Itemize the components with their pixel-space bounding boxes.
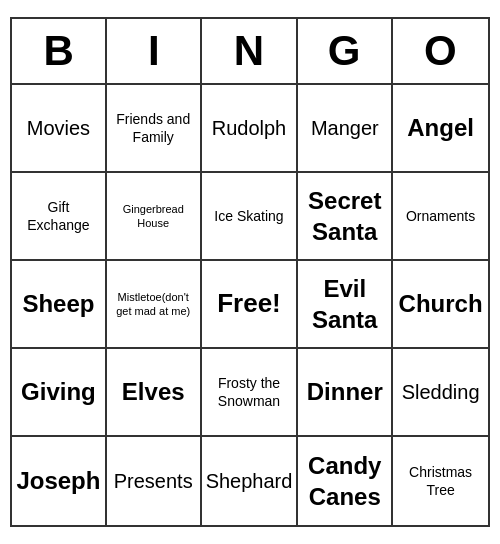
bingo-cell: Frosty the Snowman — [202, 349, 299, 437]
bingo-cell: Rudolph — [202, 85, 299, 173]
cell-text: Sheep — [22, 288, 94, 319]
bingo-cell: Giving — [12, 349, 107, 437]
bingo-cell: Dinner — [298, 349, 393, 437]
bingo-cell: Movies — [12, 85, 107, 173]
cell-text: Ice Skating — [214, 207, 283, 225]
bingo-cell: Presents — [107, 437, 202, 525]
bingo-cell: Gingerbread House — [107, 173, 202, 261]
bingo-letter: O — [393, 19, 488, 83]
cell-text: Manger — [311, 115, 379, 141]
bingo-cell: Evil Santa — [298, 261, 393, 349]
bingo-cell: Sheep — [12, 261, 107, 349]
bingo-cell: Friends and Family — [107, 85, 202, 173]
cell-text: Rudolph — [212, 115, 287, 141]
cell-text: Giving — [21, 376, 96, 407]
cell-text: Movies — [27, 115, 90, 141]
cell-text: Church — [399, 288, 483, 319]
bingo-cell: Secret Santa — [298, 173, 393, 261]
cell-text: Mistletoe(don't get mad at me) — [111, 290, 196, 319]
bingo-card: BINGO MoviesFriends and FamilyRudolphMan… — [10, 17, 490, 527]
cell-text: Elves — [122, 376, 185, 407]
cell-text: Gift Exchange — [16, 198, 101, 234]
bingo-cell: Church — [393, 261, 488, 349]
cell-text: Dinner — [307, 376, 383, 407]
bingo-letter: G — [298, 19, 393, 83]
bingo-cell: Shephard — [202, 437, 299, 525]
cell-text: Joseph — [16, 465, 100, 496]
cell-text: Angel — [407, 112, 474, 143]
bingo-grid: MoviesFriends and FamilyRudolphMangerAng… — [12, 85, 488, 525]
cell-text: Gingerbread House — [111, 202, 196, 231]
bingo-cell: Elves — [107, 349, 202, 437]
bingo-cell: Ornaments — [393, 173, 488, 261]
cell-text: Frosty the Snowman — [206, 374, 293, 410]
bingo-cell: Manger — [298, 85, 393, 173]
bingo-cell: Gift Exchange — [12, 173, 107, 261]
cell-text: Friends and Family — [111, 110, 196, 146]
cell-text: Ornaments — [406, 207, 475, 225]
cell-text: Free! — [217, 287, 281, 321]
bingo-cell: Ice Skating — [202, 173, 299, 261]
cell-text: Candy Canes — [302, 450, 387, 512]
bingo-header: BINGO — [12, 19, 488, 85]
cell-text: Secret Santa — [302, 185, 387, 247]
cell-text: Shephard — [206, 468, 293, 494]
bingo-cell: Mistletoe(don't get mad at me) — [107, 261, 202, 349]
bingo-letter: B — [12, 19, 107, 83]
bingo-cell: Angel — [393, 85, 488, 173]
cell-text: Presents — [114, 468, 193, 494]
cell-text: Christmas Tree — [397, 463, 484, 499]
cell-text: Sledding — [402, 379, 480, 405]
bingo-cell: Candy Canes — [298, 437, 393, 525]
bingo-letter: I — [107, 19, 202, 83]
cell-text: Evil Santa — [302, 273, 387, 335]
bingo-cell: Joseph — [12, 437, 107, 525]
bingo-cell: Christmas Tree — [393, 437, 488, 525]
bingo-cell: Free! — [202, 261, 299, 349]
bingo-letter: N — [202, 19, 297, 83]
bingo-cell: Sledding — [393, 349, 488, 437]
